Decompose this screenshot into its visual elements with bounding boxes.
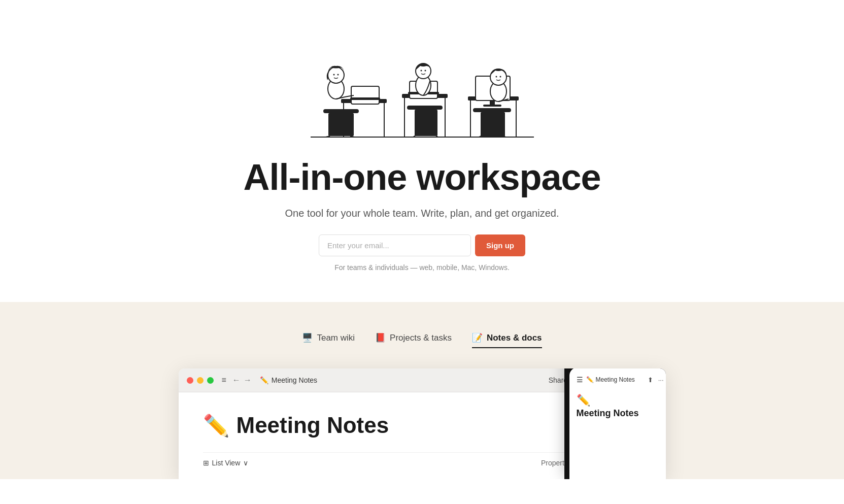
svg-point-11 — [328, 67, 344, 83]
projects-tasks-label: Projects & tasks — [390, 333, 452, 343]
hero-illustration — [295, 20, 549, 142]
tab-team-wiki[interactable]: 🖥️ Team wiki — [302, 332, 355, 348]
svg-rect-18 — [415, 110, 437, 136]
close-button[interactable] — [187, 377, 193, 384]
menu-icon: ≡ — [222, 376, 226, 385]
hero-subtitle: One tool for your whole team. Write, pla… — [285, 208, 559, 219]
phone-screen: ☰ ✏️ Meeting Notes ⬆ ··· ✏️ — [569, 368, 666, 479]
page-title: Meeting Notes — [237, 413, 389, 438]
phone-share-icon[interactable]: ⬆ — [648, 376, 653, 384]
svg-rect-9 — [350, 97, 380, 100]
signup-button[interactable]: Sign up — [475, 234, 525, 256]
notes-docs-icon: 📝 — [472, 332, 483, 343]
app-window: ≡ ← → ✏️ Meeting Notes Share ✓ Updates F… — [179, 368, 666, 479]
phone-menu-icon[interactable]: ☰ — [577, 376, 583, 384]
svg-rect-30 — [473, 108, 511, 112]
svg-rect-8 — [351, 86, 379, 104]
svg-rect-36 — [483, 105, 501, 107]
page-title-emoji: ✏️ — [203, 413, 229, 438]
phone-page-title: Meeting Notes — [577, 408, 664, 419]
projects-tasks-icon: 📕 — [375, 332, 386, 343]
list-view-label: List View — [212, 459, 241, 467]
phone-nav-right: ⬆ ··· — [648, 376, 664, 384]
phone-nav-left: ☰ ✏️ Meeting Notes — [577, 376, 635, 384]
svg-point-13 — [337, 74, 339, 76]
minimize-button[interactable] — [197, 377, 204, 384]
svg-rect-1 — [323, 109, 359, 113]
hero-title: All-in-one workspace — [243, 157, 600, 197]
team-wiki-icon: 🖥️ — [302, 332, 313, 343]
hero-note: For teams & individuals — web, mobile, M… — [334, 263, 510, 272]
feature-tabs: 🖥️ Team wiki 📕 Projects & tasks 📝 Notes … — [10, 332, 834, 348]
app-content: ✏️ Meeting Notes ⊞ List View ∨ Propertie… — [179, 392, 666, 479]
team-wiki-label: Team wiki — [317, 333, 355, 343]
svg-rect-31 — [481, 112, 505, 137]
tab-projects-tasks[interactable]: 📕 Projects & tasks — [375, 332, 452, 348]
titlebar-doc-title: Meeting Notes — [272, 376, 317, 384]
tab-notes-docs[interactable]: 📝 Notes & docs — [472, 332, 542, 348]
titlebar-nav: ← → — [232, 376, 252, 385]
phone-page-title-area: ✏️ Meeting Notes — [575, 390, 666, 419]
phone-doc-name: Meeting Notes — [596, 376, 635, 383]
titlebar-doc-name: ✏️ Meeting Notes — [260, 376, 317, 384]
phone-doc-title: ✏️ Meeting Notes — [586, 376, 635, 383]
list-view-chevron: ∨ — [243, 459, 248, 467]
hero-section: All-in-one workspace One tool for your w… — [0, 0, 844, 302]
phone-nav-bar: ☰ ✏️ Meeting Notes ⬆ ··· — [575, 373, 666, 387]
phone-page-emoji: ✏️ — [577, 394, 664, 407]
svg-point-39 — [495, 76, 497, 78]
svg-point-26 — [424, 70, 426, 72]
svg-rect-2 — [328, 113, 354, 136]
forward-icon[interactable]: → — [244, 376, 252, 385]
titlebar-doc-emoji: ✏️ — [260, 376, 268, 384]
svg-rect-17 — [407, 106, 443, 110]
feature-section: 🖥️ Team wiki 📕 Projects & tasks 📝 Notes … — [0, 302, 844, 479]
fullscreen-button[interactable] — [207, 377, 214, 384]
back-icon[interactable]: ← — [232, 376, 241, 385]
notes-docs-label: Notes & docs — [487, 333, 542, 343]
phone-mockup: 10:41 ▲ wifi ▮ ☰ ✏️ Meeting Notes — [564, 368, 666, 479]
phone-more-icon[interactable]: ··· — [658, 376, 664, 384]
traffic-lights — [187, 377, 214, 384]
svg-point-25 — [420, 70, 422, 72]
list-view-button[interactable]: ⊞ List View ∨ — [203, 459, 249, 467]
svg-point-12 — [333, 74, 334, 76]
signup-form: Sign up — [319, 234, 525, 256]
list-view-icon: ⊞ — [203, 459, 209, 467]
svg-point-40 — [499, 76, 501, 78]
email-input[interactable] — [319, 234, 471, 256]
phone-doc-emoji: ✏️ — [586, 376, 594, 383]
